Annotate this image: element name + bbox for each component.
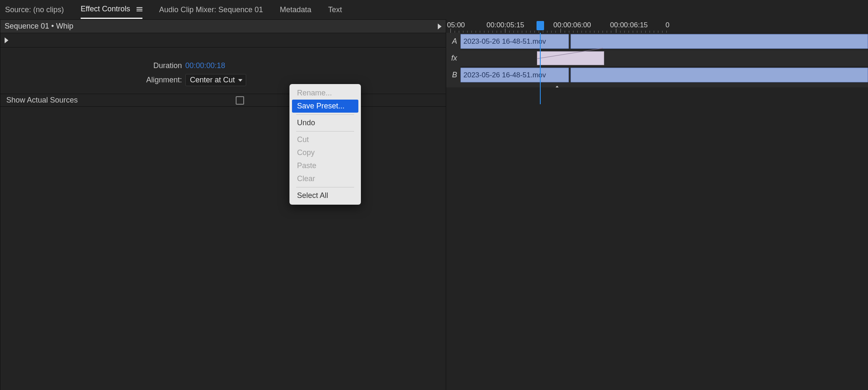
show-actual-sources-label: Show Actual Sources xyxy=(6,96,78,105)
clip-b-1[interactable]: 2023-05-26 16-48-51.mov xyxy=(460,68,569,82)
track-a-label: A xyxy=(446,37,460,46)
alignment-value: Center at Cut xyxy=(190,76,235,84)
panel-menu-icon[interactable] xyxy=(137,5,142,13)
ruler-label: 00:00:06:15 xyxy=(610,21,648,29)
tab-audio-mixer[interactable]: Audio Clip Mixer: Sequence 01 xyxy=(159,1,263,18)
ruler-label: 00:00:06:00 xyxy=(553,21,591,29)
ctx-rename: Rename... xyxy=(292,87,358,100)
svg-rect-0 xyxy=(137,7,142,8)
ruler-label: 00:00:05:15 xyxy=(487,21,524,29)
context-menu: Rename... Save Preset... Undo Cut Copy P… xyxy=(289,84,361,205)
mini-timeline: 05:00 00:00:05:15 00:00:06:00 00:00:06:1… xyxy=(446,19,868,390)
play-triangle-icon xyxy=(5,37,8,43)
svg-rect-1 xyxy=(137,9,142,10)
ruler-label: 05:00 xyxy=(447,21,465,29)
sequence-title: Sequence 01 • Whip xyxy=(5,22,73,31)
tab-source[interactable]: Source: (no clips) xyxy=(5,1,64,18)
ctx-undo[interactable]: Undo xyxy=(292,116,358,129)
effect-disclosure-row[interactable] xyxy=(0,33,446,47)
clip-b-2[interactable] xyxy=(571,68,868,82)
playhead-marker[interactable] xyxy=(537,21,544,30)
tab-metadata[interactable]: Metadata xyxy=(280,1,311,18)
tab-effect-controls-label: Effect Controls xyxy=(81,5,130,13)
time-ruler[interactable]: 05:00 00:00:05:15 00:00:06:00 00:00:06:1… xyxy=(446,19,868,33)
ruler-label: 0 xyxy=(665,21,669,29)
duration-label: Duration xyxy=(0,61,185,70)
svg-rect-2 xyxy=(137,11,142,11)
track-a-row: A 2023-05-26 16-48-51.mov xyxy=(446,33,868,50)
clip-a-1[interactable]: 2023-05-26 16-48-51.mov xyxy=(460,34,569,49)
track-b-label: B xyxy=(446,71,460,79)
panel-tabbar: Source: (no clips) Effect Controls Audio… xyxy=(0,0,868,19)
tracks-area: A 2023-05-26 16-48-51.mov fx B 2023-05-2… xyxy=(446,33,868,87)
transition-properties: Duration 00:00:00:18 Alignment: Center a… xyxy=(0,47,446,94)
ctx-save-preset[interactable]: Save Preset... xyxy=(292,100,358,113)
collapse-right-icon[interactable] xyxy=(438,24,442,29)
ctx-copy: Copy xyxy=(292,146,358,159)
ctx-cut: Cut xyxy=(292,133,358,146)
tab-effect-controls[interactable]: Effect Controls xyxy=(81,0,142,19)
ctx-paste: Paste xyxy=(292,159,358,172)
ctx-clear: Clear xyxy=(292,172,358,185)
tab-text[interactable]: Text xyxy=(328,1,342,18)
track-fx-row: fx xyxy=(446,50,868,66)
playhead-line[interactable] xyxy=(540,33,541,104)
alignment-label: Alignment: xyxy=(0,76,185,84)
effect-controls-panel: Sequence 01 • Whip Duration 00:00:00:18 … xyxy=(0,19,446,390)
sequence-header-row: Sequence 01 • Whip xyxy=(0,20,446,33)
duration-value[interactable]: 00:00:00:18 xyxy=(185,61,225,70)
show-actual-sources-row: Show Actual Sources xyxy=(0,94,446,107)
transition-block[interactable] xyxy=(537,51,604,65)
alignment-dropdown[interactable]: Center at Cut xyxy=(185,74,246,86)
track-fx-label: fx xyxy=(446,54,460,63)
show-actual-sources-checkbox[interactable] xyxy=(236,96,244,105)
track-b-row: B 2023-05-26 16-48-51.mov xyxy=(446,66,868,83)
clip-a-2[interactable] xyxy=(571,34,868,49)
ctx-select-all[interactable]: Select All xyxy=(292,189,358,202)
